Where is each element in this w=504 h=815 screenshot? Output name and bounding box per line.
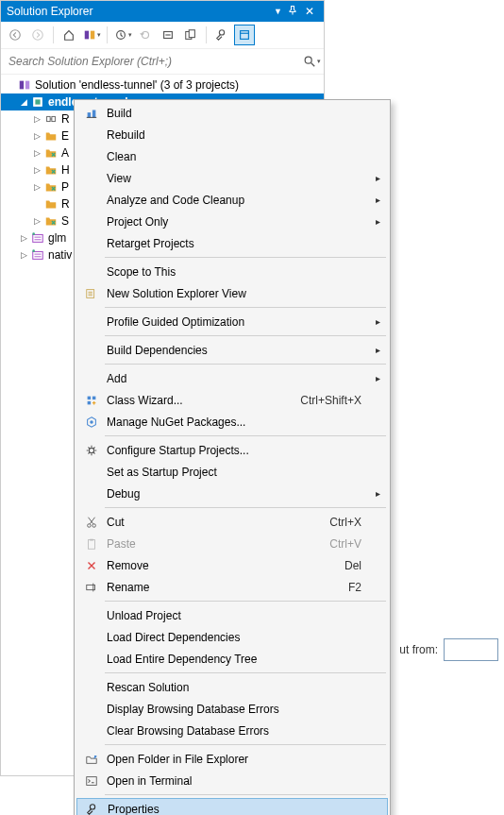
svg-point-1	[33, 30, 43, 41]
bg-input[interactable]	[444, 638, 498, 661]
svg-rect-20	[92, 110, 96, 117]
menu-clean[interactable]: Clean	[76, 145, 388, 167]
open-folder-icon	[80, 753, 103, 766]
show-all-button[interactable]	[180, 25, 201, 45]
menu-separator	[105, 794, 386, 795]
preview-button[interactable]	[234, 25, 255, 45]
forward-button[interactable]	[27, 25, 48, 45]
svg-rect-14	[52, 116, 56, 121]
terminal-icon	[80, 774, 103, 788]
home-button[interactable]	[59, 25, 79, 45]
svg-rect-10	[20, 81, 24, 90]
menu-separator	[105, 672, 386, 673]
menu-scope[interactable]: Scope to This	[76, 261, 388, 282]
menu-rename[interactable]: RenameF2	[76, 576, 388, 598]
separator	[206, 26, 207, 43]
svg-rect-32	[87, 776, 97, 785]
menu-separator	[105, 435, 386, 436]
svg-rect-19	[88, 112, 92, 117]
menu-build-deps[interactable]: Build Dependencies	[76, 339, 388, 361]
menu-separator	[105, 744, 386, 745]
bg-text: ut from:	[399, 643, 438, 656]
svg-rect-15	[33, 235, 43, 243]
menu-set-startup[interactable]: Set as Startup Project	[76, 461, 388, 483]
new-view-icon	[80, 287, 103, 300]
menu-load-direct[interactable]: Load Direct Dependencies	[76, 626, 388, 648]
svg-rect-11	[25, 81, 29, 90]
sync-button[interactable]	[135, 25, 156, 45]
menu-add[interactable]: Add	[76, 367, 388, 389]
filter-icon	[42, 180, 59, 194]
menu-load-tree[interactable]: Load Entire Dependency Tree	[76, 648, 388, 670]
menu-open-folder[interactable]: Open Folder in File Explorer	[76, 748, 388, 770]
folder-icon	[42, 129, 59, 143]
pin-icon[interactable]	[284, 5, 301, 19]
menu-separator	[105, 507, 386, 508]
svg-point-9	[305, 57, 311, 63]
menu-view[interactable]: View	[76, 167, 388, 189]
svg-rect-22	[88, 396, 92, 399]
shortcut: Ctrl+V	[329, 537, 365, 551]
background-label: ut from:	[399, 638, 498, 661]
solution-label: Solution 'endless-tunnel' (3 of 3 projec…	[33, 78, 239, 92]
svg-point-18	[32, 249, 35, 252]
switch-views-button[interactable]	[81, 25, 102, 45]
separator	[107, 26, 108, 43]
menu-debug[interactable]: Debug	[76, 483, 388, 504]
menu-retarget[interactable]: Retarget Projects	[76, 232, 388, 254]
separator	[53, 26, 54, 43]
paste-icon	[80, 537, 103, 551]
nuget-icon	[80, 416, 103, 429]
menu-configure-startup[interactable]: Configure Startup Projects...	[76, 439, 388, 461]
menu-project-only[interactable]: Project Only	[76, 211, 388, 232]
window-menu-icon[interactable]: ▼	[274, 7, 282, 16]
rename-icon	[80, 581, 103, 594]
svg-rect-7	[189, 30, 194, 38]
menu-nuget[interactable]: Manage NuGet Packages...	[76, 411, 388, 433]
references-icon	[42, 112, 59, 126]
menu-open-terminal[interactable]: Open in Terminal	[76, 770, 388, 791]
svg-rect-23	[92, 396, 96, 399]
menu-remove[interactable]: RemoveDel	[76, 554, 388, 576]
menu-separator	[105, 601, 386, 602]
close-icon[interactable]: ✕	[301, 5, 318, 18]
shortcut: Del	[344, 559, 365, 572]
project-icon	[29, 95, 46, 109]
collapse-button[interactable]	[158, 25, 178, 45]
menu-clear-errors[interactable]: Clear Browsing Database Errors	[76, 720, 388, 741]
menu-build[interactable]: Build	[76, 102, 388, 124]
project-icon	[29, 231, 46, 245]
project-icon	[29, 248, 46, 262]
svg-point-27	[88, 523, 92, 527]
wrench-icon	[81, 803, 104, 816]
menu-new-view[interactable]: New Solution Explorer View	[76, 282, 388, 304]
menu-paste: PasteCtrl+V	[76, 533, 388, 554]
svg-point-25	[90, 420, 93, 424]
svg-rect-3	[90, 31, 93, 40]
menu-analyze[interactable]: Analyze and Code Cleanup	[76, 189, 388, 211]
expander-icon[interactable]: ◢	[18, 97, 29, 107]
menu-rebuild[interactable]: Rebuild	[76, 124, 388, 145]
properties-button[interactable]	[211, 25, 232, 45]
menu-unload[interactable]: Unload Project	[76, 604, 388, 626]
menu-class-wizard[interactable]: Class Wizard...Ctrl+Shift+X	[76, 389, 388, 411]
panel-title-bar: Solution Explorer ▼ ✕	[1, 1, 324, 22]
search-icon[interactable]: ▾	[299, 55, 324, 68]
search-input[interactable]	[1, 49, 299, 74]
menu-display-errors[interactable]: Display Browsing Database Errors	[76, 698, 388, 720]
search-row: ▾	[1, 49, 324, 75]
solution-node[interactable]: Solution 'endless-tunnel' (3 of 3 projec…	[1, 76, 324, 93]
filter-icon	[42, 146, 59, 160]
build-icon	[80, 107, 103, 120]
pending-changes-button[interactable]	[112, 25, 133, 45]
menu-rescan[interactable]: Rescan Solution	[76, 676, 388, 698]
menu-cut[interactable]: CutCtrl+X	[76, 511, 388, 533]
menu-separator	[105, 257, 386, 258]
menu-properties[interactable]: Properties	[76, 798, 388, 815]
menu-pgo[interactable]: Profile Guided Optimization	[76, 311, 388, 332]
menu-separator	[105, 335, 386, 336]
back-button[interactable]	[5, 25, 25, 45]
svg-point-28	[92, 523, 96, 527]
svg-rect-24	[88, 400, 92, 404]
svg-rect-8	[241, 31, 249, 40]
